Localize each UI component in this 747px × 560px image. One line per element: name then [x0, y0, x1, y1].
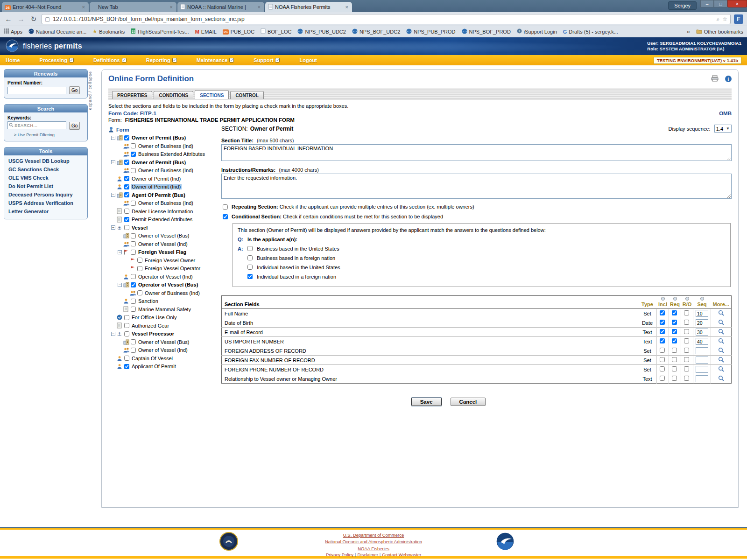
seq-input[interactable]	[696, 375, 708, 382]
tree-node-label[interactable]: Owner of Business (Ind)	[137, 168, 194, 173]
use-permit-filtering-link[interactable]: > Use Permit Filtering	[7, 133, 84, 137]
tool-link[interactable]: Letter Generator	[4, 207, 87, 216]
tree-node-label[interactable]: Applicant Of Permit	[131, 364, 177, 369]
omnibox[interactable]: ▢ 127.0.0.1:7101/NPS_BOF/bof_form_def/np…	[42, 14, 731, 24]
tree-collapse-icon[interactable]: −	[111, 332, 115, 336]
tree-checkbox[interactable]	[131, 233, 136, 238]
seq-input[interactable]	[696, 366, 708, 373]
omb-link[interactable]: OMB	[719, 111, 732, 116]
tree-node-label[interactable]: Dealer License Information	[131, 209, 194, 214]
tree-node[interactable]: Owner of Business (Ind)	[108, 142, 218, 150]
browser-tab[interactable]: New Tab×	[90, 2, 176, 12]
tab-close-icon[interactable]: ×	[169, 4, 174, 10]
tree-checkbox[interactable]	[124, 315, 129, 320]
tree-node-label[interactable]: Owner of Business (Ind)	[144, 290, 201, 296]
tree-node-label[interactable]: Owner of Vessel (Ind)	[137, 347, 189, 353]
req-checkbox[interactable]	[672, 348, 677, 353]
tree-node-label[interactable]: Owner of Permit (Bus)	[131, 160, 187, 165]
ro-checkbox[interactable]	[684, 357, 689, 362]
req-checkbox[interactable]	[672, 376, 677, 381]
tree-node[interactable]: −Operator of Vessel (Bus)	[108, 281, 218, 289]
expand-collapse-strip[interactable]: expand / collapse	[88, 69, 95, 111]
req-checkbox[interactable]	[672, 329, 677, 334]
tab-conditions[interactable]: CONDITIONS	[154, 91, 193, 99]
section-title-input[interactable]: FOREIGN BASED INDIVIDUAL INFORMATION	[221, 144, 732, 161]
bookmark-item[interactable]: Apps	[4, 28, 22, 35]
incl-checkbox[interactable]	[660, 366, 665, 371]
bookmark-item[interactable]: ★Bookmarks	[92, 28, 125, 35]
footer-legal-link[interactable]: Privacy Policy	[326, 552, 353, 557]
tree-node[interactable]: −⚓Vessel	[108, 224, 218, 232]
tree-node-label[interactable]: Vessel Processor	[131, 331, 175, 336]
tree-collapse-icon[interactable]: −	[111, 136, 115, 140]
refresh-icon[interactable]: ↻	[29, 15, 38, 23]
print-icon[interactable]	[711, 75, 719, 83]
close-icon[interactable]: ×	[727, 0, 747, 7]
search-input[interactable]	[7, 121, 66, 129]
incl-checkbox[interactable]	[660, 348, 665, 353]
tree-node[interactable]: Applicant Of Permit	[108, 363, 218, 371]
bookmark-item[interactable]: 26PUB_LOC	[223, 28, 254, 35]
incl-checkbox[interactable]	[660, 376, 665, 381]
select-all-ro-icon[interactable]	[685, 297, 689, 301]
tree-node-label[interactable]: Owner of Permit (Ind)	[131, 184, 182, 189]
bookmark-item[interactable]: GDrafts (5) - sergey.k...	[563, 29, 618, 35]
tree-collapse-icon[interactable]: −	[118, 250, 122, 254]
footer-agency-link[interactable]: National Oceanic and Atmospheric Adminis…	[325, 539, 422, 544]
magnifier-icon[interactable]	[718, 349, 724, 354]
incl-checkbox[interactable]	[660, 320, 665, 325]
tree-node[interactable]: −Agent Of Permit (Bus)	[108, 191, 218, 199]
tree-checkbox[interactable]	[131, 274, 136, 279]
bookmarks-overflow-icon[interactable]: »	[686, 28, 690, 35]
footer-legal-link[interactable]: Contact Webmaster	[382, 552, 421, 557]
tree-node-label[interactable]: For Office Use Only	[131, 315, 177, 320]
seq-input[interactable]	[696, 329, 708, 336]
footer-legal-link[interactable]: Disclaimer	[358, 552, 378, 557]
nav-item-home[interactable]: Home	[6, 57, 20, 63]
tree-collapse-icon[interactable]: −	[111, 160, 115, 164]
footer-agency-link[interactable]: U.S. Department of Commerce	[343, 532, 404, 538]
zoom-icon[interactable]: ⌕	[717, 16, 720, 22]
tree-node[interactable]: Owner of Vessel (Ind)	[108, 240, 218, 248]
bookmark-item[interactable]: NPS_PUB_UDC2	[297, 28, 345, 35]
back-icon[interactable]: ←	[4, 15, 13, 23]
incl-checkbox[interactable]	[660, 357, 665, 362]
tree-node[interactable]: Dealer License Information	[108, 207, 218, 216]
tree-checkbox[interactable]	[124, 331, 129, 336]
tree-node-label[interactable]: Operator of Vessel (Ind)	[137, 274, 194, 280]
tree-node-label[interactable]: Business Extended Attributes	[137, 151, 206, 157]
ro-checkbox[interactable]	[684, 338, 689, 343]
save-button[interactable]: Save	[411, 398, 442, 406]
tree-root[interactable]: Form	[108, 126, 218, 134]
tree-node-label[interactable]: Permit Extended Attributes	[131, 217, 193, 222]
tree-node[interactable]: Foreign Vessel Operator	[108, 265, 218, 273]
browser-tab[interactable]: 26Error 404--Not Found×	[2, 2, 89, 12]
tree-node[interactable]: Foreign Vessel Owner	[108, 256, 218, 265]
tree-checkbox[interactable]	[131, 339, 136, 344]
answer-checkbox[interactable]	[247, 265, 253, 270]
tool-link[interactable]: OLE VMS Check	[4, 174, 87, 182]
renewals-go-button[interactable]: Go	[69, 86, 80, 94]
tree-node[interactable]: Captain Of Vessel	[108, 354, 218, 363]
tree-node[interactable]: Owner of Permit (Ind)	[108, 183, 218, 191]
browser-tab[interactable]: NOAA :: National Marine |×	[177, 2, 264, 12]
tree-root-label[interactable]: Form	[115, 127, 130, 133]
instructions-input[interactable]: Enter the requested information.	[221, 174, 732, 199]
tree-node-label[interactable]: Sanction	[137, 298, 159, 304]
tree-checkbox[interactable]	[124, 364, 129, 369]
repeating-checkbox[interactable]	[223, 204, 228, 210]
bookmark-item[interactable]: NPS_BOF_UDC2	[352, 28, 400, 35]
tree-node[interactable]: For Office Use Only	[108, 314, 218, 322]
answer-checkbox[interactable]	[247, 255, 253, 260]
tree-checkbox[interactable]	[131, 307, 136, 312]
select-all-req-icon[interactable]	[673, 297, 677, 301]
tree-node-label[interactable]: Owner of Business (Ind)	[137, 143, 194, 149]
tab-control[interactable]: CONTROL	[230, 91, 263, 99]
profile-button[interactable]: Sergey	[668, 1, 697, 10]
select-all-incl-icon[interactable]	[661, 297, 665, 301]
select-all-seq-icon[interactable]	[700, 297, 704, 301]
tree-node[interactable]: Owner of Vessel (Bus)	[108, 338, 218, 346]
magnifier-icon[interactable]	[718, 321, 724, 326]
tool-link[interactable]: USCG Vessel DB Lookup	[4, 157, 87, 165]
tree-node[interactable]: −⚓Vessel Processor	[108, 330, 218, 338]
